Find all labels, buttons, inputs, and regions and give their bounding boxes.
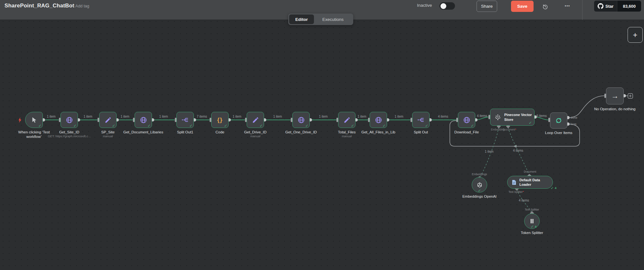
- node-box[interactable]: ✓: [292, 112, 310, 128]
- code-braces-icon: {}: [217, 116, 223, 123]
- node-box[interactable]: ✓: [412, 112, 430, 128]
- node-label: Loop Over Items: [528, 130, 589, 135]
- node-box[interactable]: ✓: [370, 112, 387, 128]
- edge-label: 1 item: [394, 115, 403, 118]
- node-sublabel: manual: [220, 134, 291, 138]
- success-check-icon: ✓: [305, 123, 308, 128]
- node-when-clicking-test-workflow[interactable]: ✓ When clicking ‘Test workflow’: [25, 112, 43, 128]
- node-get-all-files-in-lib[interactable]: ✓ Get_All_Files_in_Lib: [370, 112, 387, 128]
- edge-label: 6 items: [536, 114, 547, 118]
- node-get-one-drive-id[interactable]: ✓ Get_One_Drive_ID: [292, 112, 310, 128]
- node-embeddings-openai[interactable]: ✓ Embeddings OpenAI: [472, 177, 487, 193]
- node-box[interactable]: →: [606, 87, 624, 104]
- node-box[interactable]: ✓: [176, 112, 194, 128]
- success-check-icon: ✓: [471, 123, 474, 128]
- success-check-icon: ✓: [38, 123, 42, 128]
- port-label-loop: loop: [571, 122, 576, 126]
- node-download-file[interactable]: ✓ Download_File: [458, 112, 475, 128]
- success-check-icon: ✓: [147, 123, 151, 128]
- node-box[interactable]: ✓: [458, 112, 475, 128]
- node-box[interactable]: ✓: [99, 112, 117, 128]
- workflow-title[interactable]: SharePoint_RAG_ChatBot: [5, 3, 74, 9]
- success-check-icon: ✓: [189, 123, 193, 128]
- success-check-icon: ✓: [529, 121, 532, 125]
- success-check-icon: ✓: [260, 123, 263, 128]
- add-tag-button[interactable]: + Add tag: [72, 4, 89, 8]
- github-star-section[interactable]: Star: [594, 1, 617, 12]
- tab-editor[interactable]: Editor: [289, 14, 314, 24]
- node-get-drive-id[interactable]: ✓ Get_Drive_ID manual: [247, 112, 264, 128]
- active-toggle[interactable]: [440, 2, 455, 10]
- arrow-right-icon: →: [611, 92, 619, 100]
- run-count: 4: [555, 186, 556, 190]
- edge-label: 1 item: [120, 115, 129, 118]
- edge-label: 4 items: [477, 114, 487, 118]
- node-label: Default Data Loader: [519, 178, 553, 187]
- connector-label-document: Document: [524, 170, 536, 173]
- node-sublabel: manual: [72, 134, 143, 138]
- node-no-operation[interactable]: → No Operation, do nothing: [606, 87, 624, 104]
- node-box[interactable]: {} ✓: [211, 112, 229, 128]
- node-split-out1[interactable]: ✓ Split Out1: [176, 112, 194, 128]
- node-loop-over-items[interactable]: Loop Over Items: [550, 113, 567, 129]
- node-box[interactable]: ✓ 4: [524, 213, 540, 229]
- edge-label: 1 item: [273, 115, 282, 118]
- node-get-site-id[interactable]: ✓ Get_Site_ID GET: https://graph.microso…: [61, 112, 78, 128]
- node-box[interactable]: ✓: [472, 177, 487, 193]
- node-code[interactable]: {} ✓ Code: [211, 112, 229, 128]
- node-box[interactable]: Pinecone Vector Store ✓: [490, 109, 535, 126]
- add-node-endpoint[interactable]: [628, 94, 633, 98]
- tab-executions[interactable]: Executions: [314, 14, 352, 24]
- node-token-splitter[interactable]: ✓ 4 Token Splitter: [524, 213, 540, 229]
- loop-arrowhead: [514, 145, 517, 148]
- edge-label: 1 item: [232, 115, 241, 118]
- split-out-icon: [181, 116, 189, 124]
- node-label: Embeddings OpenAI: [449, 194, 510, 199]
- globe-icon: [374, 116, 383, 124]
- history-icon[interactable]: [541, 2, 549, 11]
- edge-label: 4 items: [519, 199, 529, 202]
- workflow-canvas[interactable]: 1 item 1 item 1 item 1 item 7 items 1 it…: [0, 0, 644, 270]
- split-out-icon: [417, 116, 425, 124]
- view-switcher: Editor Executions: [288, 14, 353, 25]
- node-box[interactable]: [550, 113, 567, 129]
- more-options-icon[interactable]: •••: [562, 1, 573, 10]
- github-star-badge[interactable]: Star 83,600: [594, 1, 641, 12]
- github-star-count: 83,600: [617, 1, 641, 12]
- node-sp-site[interactable]: ✓ SP_Site manual: [99, 112, 117, 128]
- edge-label: 7 items: [197, 115, 207, 118]
- edge-label: 1 item: [319, 115, 327, 118]
- success-check-icon: ✓: [351, 123, 354, 128]
- node-split-out[interactable]: ✓ Split Out: [412, 112, 430, 128]
- node-pinecone-vector-store[interactable]: Pinecone Vector Store ✓: [490, 109, 535, 126]
- output-ports[interactable]: [42, 94, 626, 126]
- node-box[interactable]: Default Data Loader ✓ 4: [507, 176, 553, 189]
- add-node-button[interactable]: +: [628, 27, 643, 43]
- success-check-icon: ✓: [531, 224, 534, 229]
- node-total-files[interactable]: ✓ Total_Files manual: [338, 112, 355, 128]
- workflow-status-label: Inactive: [417, 3, 432, 8]
- pencil-icon: [343, 116, 351, 124]
- save-button[interactable]: Save: [511, 1, 534, 12]
- connector-label-text-splitter-required: Text Splitter*: [508, 190, 524, 194]
- node-box[interactable]: ✓: [61, 112, 78, 128]
- success-check-icon: ✓: [425, 123, 428, 128]
- share-button[interactable]: Share: [477, 1, 497, 12]
- connector-label-embeddings: Embeddings: [472, 173, 487, 176]
- loop-icon: [554, 116, 563, 125]
- success-check-icon: ✓: [383, 123, 386, 128]
- connector-label-document-required: Document*: [503, 128, 516, 131]
- node-default-data-loader[interactable]: Default Data Loader ✓ 4: [507, 176, 553, 189]
- globe-icon: [297, 116, 305, 124]
- success-check-icon: ✓: [112, 123, 115, 128]
- globe-icon: [463, 116, 471, 124]
- edge-label: 1 item: [159, 115, 168, 118]
- node-box[interactable]: ✓: [338, 112, 355, 128]
- node-box[interactable]: ✓: [25, 112, 43, 128]
- node-get-document-libaries[interactable]: ✓ Get_Document_Libaries: [135, 112, 152, 128]
- token-splitter-icon: [530, 218, 534, 224]
- node-box[interactable]: ✓: [135, 112, 152, 128]
- node-box[interactable]: ✓: [247, 112, 264, 128]
- success-check-icon: ✓: [478, 188, 481, 193]
- edge-label: 4 items: [513, 149, 523, 152]
